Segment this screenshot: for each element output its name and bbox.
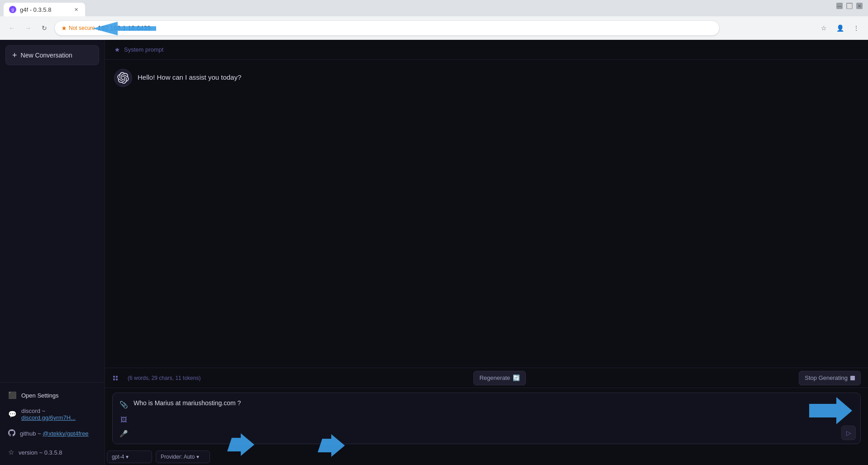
chat-input[interactable]: Who is Marius at mariushosting.com ? (134, 397, 838, 409)
input-area: 📎 🖼 🎤 Who is Marius at mariushosting.com… (105, 388, 868, 449)
restore-button[interactable]: ⬜ (846, 3, 853, 9)
sidebar: + New Conversation ⬛ Open Settings 💬 dis… (0, 40, 105, 465)
send-button[interactable]: ▷ (841, 426, 856, 440)
extensions-button[interactable]: ⋮ (850, 22, 863, 34)
main-chat: System prompt Hello! How can I assist yo… (105, 40, 868, 465)
tab-favicon: g (9, 6, 16, 13)
input-row: 📎 🖼 🎤 Who is Marius at mariushosting.com… (112, 393, 861, 444)
assistant-message-text: Hello! How can I assist you today? (138, 69, 241, 83)
reload-button[interactable]: ↻ (38, 22, 51, 34)
assistant-message: Hello! How can I assist you today? (114, 69, 859, 87)
model-label: gpt-4 (112, 454, 124, 460)
regenerate-button[interactable]: Regenerate 🔄 (473, 371, 526, 385)
bottom-toolbar: gpt-4 ▾ Provider: Auto ▾ (105, 449, 868, 465)
url-text: 192.168.1.18:6439 (98, 24, 151, 32)
send-icon: ▷ (846, 429, 851, 436)
stop-generating-button[interactable]: Stop Generating (799, 371, 861, 385)
tab-title: g4f - 0.3.5.8 (20, 6, 69, 13)
stats-bar: (6 words, 29 chars, 11 tokens) Regenerat… (105, 368, 868, 388)
discord-icon: 💬 (8, 410, 17, 418)
github-icon (8, 429, 15, 438)
address-bar[interactable]: Not secure 192.168.1.18:6439 (54, 20, 720, 36)
version-label: version ~ 0.3.5.8 (19, 449, 62, 456)
bookmark-button[interactable]: ☆ (817, 22, 830, 34)
profile-button[interactable]: 👤 (834, 22, 846, 34)
assistant-avatar (114, 69, 132, 87)
system-prompt-label: System prompt (124, 46, 163, 53)
attach-image-button[interactable]: 🖼 (117, 413, 130, 426)
new-conversation-button[interactable]: + New Conversation (5, 45, 99, 65)
version-item: ☆ version ~ 0.3.5.8 (4, 443, 101, 461)
tab-close-button[interactable]: ✕ (72, 6, 80, 13)
star-icon: ☆ (8, 448, 14, 456)
github-item[interactable]: github ~ @xtekky/gpt4free (4, 424, 101, 442)
settings-icon: ⬛ (8, 391, 17, 399)
attach-file-button[interactable]: 📎 (117, 398, 130, 411)
browser-tab[interactable]: g g4f - 0.3.5.8 ✕ (4, 3, 85, 16)
regenerate-icon: 🔄 (513, 374, 520, 381)
back-button[interactable]: ← (5, 22, 18, 34)
microphone-button[interactable]: 🎤 (117, 427, 130, 440)
forward-button[interactable]: → (22, 22, 34, 34)
close-button[interactable]: ✕ (856, 3, 863, 9)
system-prompt-bar[interactable]: System prompt (105, 40, 868, 60)
stop-icon (850, 376, 855, 380)
discord-label: discord ~ discord.gg/6yrm7H... (21, 407, 96, 421)
regenerate-label: Regenerate (479, 374, 510, 381)
system-prompt-icon (114, 47, 120, 53)
github-label: github ~ @xtekky/gpt4free (20, 430, 89, 437)
discord-item[interactable]: 💬 discord ~ discord.gg/6yrm7H... (4, 405, 101, 423)
stats-icon (112, 375, 119, 381)
security-indicator: Not secure (61, 25, 95, 31)
model-dropdown-icon: ▾ (126, 454, 129, 460)
provider-label: Provider: Auto (161, 454, 195, 460)
input-icon-group: 📎 🖼 🎤 (117, 397, 130, 440)
open-settings-item[interactable]: ⬛ Open Settings (4, 386, 101, 404)
new-conversation-label: New Conversation (21, 52, 72, 59)
plus-icon: + (12, 51, 17, 60)
settings-label: Open Settings (21, 392, 58, 399)
model-selector[interactable]: gpt-4 ▾ (107, 451, 152, 463)
minimize-button[interactable]: — (836, 3, 843, 9)
provider-selector[interactable]: Provider: Auto ▾ (156, 451, 210, 463)
stats-text: (6 words, 29 chars, 11 tokens) (128, 375, 200, 381)
provider-dropdown-icon: ▾ (196, 454, 199, 460)
sidebar-footer: ⬛ Open Settings 💬 discord ~ discord.gg/6… (0, 382, 105, 465)
stop-generating-label: Stop Generating (805, 374, 848, 381)
chat-messages: Hello! How can I assist you today? (105, 60, 868, 368)
